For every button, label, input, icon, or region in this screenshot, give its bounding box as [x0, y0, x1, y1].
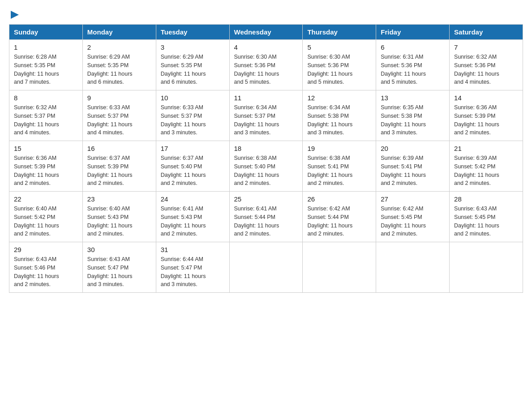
calendar-cell: 6 Sunrise: 6:31 AM Sunset: 5:36 PM Dayli… — [376, 40, 450, 90]
day-number: 15 — [14, 145, 78, 152]
weekday-header-sunday: Sunday — [9, 25, 83, 40]
logo — [9, 9, 20, 20]
day-info: Sunrise: 6:34 AM Sunset: 5:37 PM Dayligh… — [234, 103, 298, 137]
day-number: 10 — [161, 94, 225, 102]
day-info: Sunrise: 6:30 AM Sunset: 5:36 PM Dayligh… — [307, 53, 371, 86]
calendar-week-row: 8 Sunrise: 6:32 AM Sunset: 5:37 PM Dayli… — [9, 90, 523, 141]
calendar-cell: 20 Sunrise: 6:39 AM Sunset: 5:41 PM Dayl… — [376, 141, 450, 192]
calendar-cell: 11 Sunrise: 6:34 AM Sunset: 5:37 PM Dayl… — [229, 90, 303, 141]
day-number: 4 — [234, 43, 298, 51]
calendar-cell: 4 Sunrise: 6:30 AM Sunset: 5:36 PM Dayli… — [229, 40, 303, 90]
logo-wrapper — [9, 9, 20, 20]
weekday-header-thursday: Thursday — [303, 25, 376, 40]
day-info: Sunrise: 6:43 AM Sunset: 5:45 PM Dayligh… — [454, 205, 518, 238]
day-info: Sunrise: 6:29 AM Sunset: 5:35 PM Dayligh… — [161, 53, 225, 86]
day-number: 19 — [307, 145, 371, 152]
day-number: 11 — [234, 94, 298, 102]
day-info: Sunrise: 6:30 AM Sunset: 5:36 PM Dayligh… — [234, 53, 298, 86]
calendar-cell: 21 Sunrise: 6:39 AM Sunset: 5:42 PM Dayl… — [450, 141, 523, 192]
calendar-cell: 5 Sunrise: 6:30 AM Sunset: 5:36 PM Dayli… — [303, 40, 376, 90]
day-number: 9 — [87, 94, 151, 102]
day-info: Sunrise: 6:39 AM Sunset: 5:42 PM Dayligh… — [454, 154, 518, 188]
calendar-week-row: 22 Sunrise: 6:40 AM Sunset: 5:42 PM Dayl… — [9, 192, 523, 242]
day-info: Sunrise: 6:44 AM Sunset: 5:47 PM Dayligh… — [161, 255, 225, 289]
day-info: Sunrise: 6:32 AM Sunset: 5:37 PM Dayligh… — [14, 103, 78, 137]
day-number: 30 — [87, 246, 151, 253]
day-number: 2 — [87, 43, 151, 51]
calendar-header-row: SundayMondayTuesdayWednesdayThursdayFrid… — [9, 25, 523, 40]
day-info: Sunrise: 6:43 AM Sunset: 5:47 PM Dayligh… — [87, 255, 151, 289]
calendar-cell: 13 Sunrise: 6:35 AM Sunset: 5:38 PM Dayl… — [376, 90, 450, 141]
day-number: 14 — [454, 94, 518, 102]
day-info: Sunrise: 6:32 AM Sunset: 5:36 PM Dayligh… — [454, 53, 518, 86]
day-number: 12 — [307, 94, 371, 102]
day-info: Sunrise: 6:38 AM Sunset: 5:41 PM Dayligh… — [307, 154, 371, 188]
page-header — [9, 9, 523, 20]
calendar-cell: 31 Sunrise: 6:44 AM Sunset: 5:47 PM Dayl… — [156, 242, 229, 293]
day-info: Sunrise: 6:41 AM Sunset: 5:44 PM Dayligh… — [234, 205, 298, 238]
calendar-cell: 18 Sunrise: 6:38 AM Sunset: 5:40 PM Dayl… — [229, 141, 303, 192]
day-number: 24 — [161, 195, 225, 203]
weekday-header-friday: Friday — [376, 25, 450, 40]
day-number: 21 — [454, 145, 518, 152]
calendar-cell: 24 Sunrise: 6:41 AM Sunset: 5:43 PM Dayl… — [156, 192, 229, 242]
day-info: Sunrise: 6:29 AM Sunset: 5:35 PM Dayligh… — [87, 53, 151, 86]
day-info: Sunrise: 6:37 AM Sunset: 5:40 PM Dayligh… — [161, 154, 225, 188]
calendar-cell: 29 Sunrise: 6:43 AM Sunset: 5:46 PM Dayl… — [9, 242, 83, 293]
calendar-cell: 12 Sunrise: 6:34 AM Sunset: 5:38 PM Dayl… — [303, 90, 376, 141]
calendar-cell: 27 Sunrise: 6:42 AM Sunset: 5:45 PM Dayl… — [376, 192, 450, 242]
calendar-cell: 8 Sunrise: 6:32 AM Sunset: 5:37 PM Dayli… — [9, 90, 83, 141]
calendar-cell: 30 Sunrise: 6:43 AM Sunset: 5:47 PM Dayl… — [82, 242, 156, 293]
day-number: 3 — [161, 43, 225, 51]
calendar-cell: 23 Sunrise: 6:40 AM Sunset: 5:43 PM Dayl… — [82, 192, 156, 242]
day-number: 22 — [14, 195, 78, 203]
day-info: Sunrise: 6:36 AM Sunset: 5:39 PM Dayligh… — [454, 103, 518, 137]
calendar-cell: 26 Sunrise: 6:42 AM Sunset: 5:44 PM Dayl… — [303, 192, 376, 242]
day-number: 6 — [381, 43, 445, 51]
day-info: Sunrise: 6:43 AM Sunset: 5:46 PM Dayligh… — [14, 255, 78, 289]
day-number: 31 — [161, 246, 225, 253]
calendar-cell: 9 Sunrise: 6:33 AM Sunset: 5:37 PM Dayli… — [82, 90, 156, 141]
day-number: 17 — [161, 145, 225, 152]
calendar-cell: 1 Sunrise: 6:28 AM Sunset: 5:35 PM Dayli… — [9, 40, 83, 90]
day-info: Sunrise: 6:37 AM Sunset: 5:39 PM Dayligh… — [87, 154, 151, 188]
weekday-header-saturday: Saturday — [450, 25, 523, 40]
day-number: 28 — [454, 195, 518, 203]
day-number: 1 — [14, 43, 78, 51]
day-info: Sunrise: 6:28 AM Sunset: 5:35 PM Dayligh… — [14, 53, 78, 86]
day-number: 29 — [14, 246, 78, 253]
day-number: 27 — [381, 195, 445, 203]
calendar-cell: 17 Sunrise: 6:37 AM Sunset: 5:40 PM Dayl… — [156, 141, 229, 192]
day-info: Sunrise: 6:34 AM Sunset: 5:38 PM Dayligh… — [307, 103, 371, 137]
logo-arrow-icon — [10, 10, 20, 20]
calendar-cell — [450, 242, 523, 293]
calendar-cell: 25 Sunrise: 6:41 AM Sunset: 5:44 PM Dayl… — [229, 192, 303, 242]
calendar-cell — [303, 242, 376, 293]
day-number: 20 — [381, 145, 445, 152]
day-info: Sunrise: 6:40 AM Sunset: 5:42 PM Dayligh… — [14, 205, 78, 238]
day-info: Sunrise: 6:39 AM Sunset: 5:41 PM Dayligh… — [381, 154, 445, 188]
day-number: 18 — [234, 145, 298, 152]
day-number: 26 — [307, 195, 371, 203]
weekday-header-monday: Monday — [82, 25, 156, 40]
logo-top — [9, 9, 20, 20]
calendar-cell — [376, 242, 450, 293]
calendar-cell: 7 Sunrise: 6:32 AM Sunset: 5:36 PM Dayli… — [450, 40, 523, 90]
svg-marker-0 — [11, 11, 19, 19]
calendar-table: SundayMondayTuesdayWednesdayThursdayFrid… — [9, 24, 523, 293]
day-number: 13 — [381, 94, 445, 102]
calendar-cell: 22 Sunrise: 6:40 AM Sunset: 5:42 PM Dayl… — [9, 192, 83, 242]
day-info: Sunrise: 6:41 AM Sunset: 5:43 PM Dayligh… — [161, 205, 225, 238]
calendar-cell: 3 Sunrise: 6:29 AM Sunset: 5:35 PM Dayli… — [156, 40, 229, 90]
day-number: 7 — [454, 43, 518, 51]
calendar-cell: 15 Sunrise: 6:36 AM Sunset: 5:39 PM Dayl… — [9, 141, 83, 192]
day-number: 5 — [307, 43, 371, 51]
calendar-cell — [229, 242, 303, 293]
calendar-week-row: 1 Sunrise: 6:28 AM Sunset: 5:35 PM Dayli… — [9, 40, 523, 90]
day-number: 23 — [87, 195, 151, 203]
weekday-header-wednesday: Wednesday — [229, 25, 303, 40]
calendar-cell: 16 Sunrise: 6:37 AM Sunset: 5:39 PM Dayl… — [82, 141, 156, 192]
calendar-week-row: 15 Sunrise: 6:36 AM Sunset: 5:39 PM Dayl… — [9, 141, 523, 192]
calendar-cell: 19 Sunrise: 6:38 AM Sunset: 5:41 PM Dayl… — [303, 141, 376, 192]
day-info: Sunrise: 6:42 AM Sunset: 5:44 PM Dayligh… — [307, 205, 371, 238]
